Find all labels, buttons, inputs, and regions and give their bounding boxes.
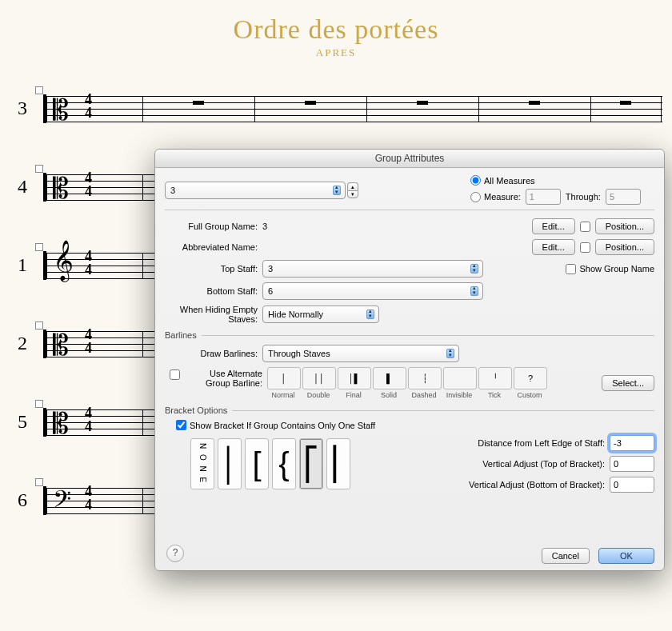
use-alternate-barline-checkbox[interactable] xyxy=(170,369,180,380)
staff-number: 5 xyxy=(18,411,27,433)
group-step-down[interactable]: ▾ xyxy=(347,190,358,198)
clef-icon: 𝄞 xyxy=(53,243,74,278)
full-name-value: 3 xyxy=(262,222,267,231)
time-signature: 44 xyxy=(85,406,92,433)
group-stepper[interactable]: ▴ ▾ xyxy=(347,182,358,198)
full-name-position-button[interactable]: Position... xyxy=(595,218,654,234)
time-signature: 44 xyxy=(85,93,92,120)
bracket-style-icon: { xyxy=(278,448,289,480)
barline-style-tick[interactable]: ╵Tick xyxy=(478,367,510,399)
distance-label: Distance from Left Edge of Staff: xyxy=(478,438,605,448)
show-bracket-one-staff-checkbox[interactable] xyxy=(176,420,186,430)
barline-style-normal[interactable]: │Normal xyxy=(267,367,299,399)
barline-style-solid[interactable]: ▌Solid xyxy=(373,367,405,399)
vadjust-bottom-input[interactable] xyxy=(610,477,654,493)
ok-button[interactable]: OK xyxy=(598,548,654,564)
group-selector-value: 3 xyxy=(170,186,175,195)
cancel-button[interactable]: Cancel xyxy=(542,548,590,564)
barline-style-icon: │▌ xyxy=(338,367,371,389)
vadjust-top-input[interactable] xyxy=(610,456,654,472)
bottom-staff-label: Bottom Staff: xyxy=(165,286,258,296)
barline-style-icon: ▌ xyxy=(373,367,406,389)
barline-select-button[interactable]: Select... xyxy=(602,375,654,391)
barline-style-final[interactable]: │▌Final xyxy=(338,367,370,399)
whole-rest-icon xyxy=(417,101,428,105)
staff-handle[interactable] xyxy=(35,165,43,173)
time-signature: 44 xyxy=(85,250,92,277)
measure-radio[interactable] xyxy=(470,192,481,202)
bottom-staff-select[interactable]: 6▴▾ xyxy=(262,282,483,300)
distance-input[interactable] xyxy=(610,435,654,451)
barline-style-double[interactable]: ││Double xyxy=(302,367,334,399)
staff-number: 4 xyxy=(18,176,27,198)
show-group-name-checkbox[interactable] xyxy=(566,264,576,274)
barline-style-label: Double xyxy=(302,391,334,399)
top-staff-select[interactable]: 3▴▾ xyxy=(262,260,483,278)
clef-icon: 𝄡 xyxy=(53,96,69,125)
staff-handle[interactable] xyxy=(35,243,43,251)
draw-barlines-label: Draw Barlines: xyxy=(165,349,258,358)
all-measures-radio[interactable] xyxy=(470,175,481,186)
staff-handle[interactable] xyxy=(35,321,43,329)
bracket-style-icon: ⎢ xyxy=(330,448,346,480)
bracket-style-icon: │ xyxy=(220,448,240,480)
barline-style-icon xyxy=(443,367,477,389)
measure-label: Measure: xyxy=(484,192,521,202)
time-signature: 44 xyxy=(85,171,92,198)
staff-handle[interactable] xyxy=(35,86,43,94)
full-name-edit-button[interactable]: Edit... xyxy=(532,218,575,234)
abbrev-name-position-button[interactable]: Position... xyxy=(595,239,654,255)
top-staff-label: Top Staff: xyxy=(165,264,258,274)
whole-rest-icon xyxy=(620,101,631,105)
vadjust-bottom-label: Vertical Adjust (Bottom of Bracket): xyxy=(469,480,605,489)
bracket-style-3[interactable]: { xyxy=(272,438,296,489)
measure-to-input[interactable] xyxy=(606,189,641,205)
group-attributes-dialog: Group Attributes 3 ▴▾ ▴ ▾ All Measures xyxy=(154,149,665,571)
whole-rest-icon xyxy=(305,101,316,105)
bracket-style-icon: [ xyxy=(252,448,261,480)
measure-from-input[interactable] xyxy=(526,189,561,205)
group-selector[interactable]: 3 ▴▾ xyxy=(165,182,346,199)
time-signature: 44 xyxy=(85,328,92,355)
clef-icon: 𝄢 xyxy=(53,488,71,517)
abbrev-name-edit-checkbox[interactable] xyxy=(580,242,590,253)
bracket-style-1[interactable]: │ xyxy=(218,438,242,489)
barline-style-invisible[interactable]: Invisible xyxy=(443,367,475,399)
help-button[interactable]: ? xyxy=(166,545,184,562)
whole-rest-icon xyxy=(529,101,540,105)
bracket-style-group: N O N E│[{⎡⎢ xyxy=(190,438,350,489)
staff-number: 1 xyxy=(18,254,27,276)
bracket-style-0[interactable]: N O N E xyxy=(190,438,214,489)
staff-handle[interactable] xyxy=(35,400,43,408)
group-step-up[interactable]: ▴ xyxy=(347,182,358,190)
vadjust-top-label: Vertical Adjust (Top of Bracket): xyxy=(482,459,605,469)
draw-barlines-select[interactable]: Through Staves▴▾ xyxy=(262,345,459,362)
bracket-style-2[interactable]: [ xyxy=(245,438,269,489)
barline-style-label: Solid xyxy=(373,391,405,399)
staff-number: 2 xyxy=(18,333,27,354)
barline-style-dashed[interactable]: ┆Dashed xyxy=(408,367,440,399)
barline-style-label: Tick xyxy=(478,391,510,399)
through-label: Through: xyxy=(566,192,601,202)
bracket-style-4[interactable]: ⎡ xyxy=(299,438,323,489)
staff-number: 3 xyxy=(18,98,27,119)
full-name-edit-checkbox[interactable] xyxy=(580,222,590,232)
clef-icon: 𝄡 xyxy=(53,331,69,360)
barline-style-icon: ╵ xyxy=(478,367,512,389)
time-signature: 44 xyxy=(85,485,92,512)
bracket-style-5[interactable]: ⎢ xyxy=(326,438,350,489)
hide-empty-select[interactable]: Hide Normally▴▾ xyxy=(262,306,379,323)
barline-style-icon: ? xyxy=(514,367,547,389)
page-subtitle: APRES xyxy=(0,46,672,59)
staff-row: 3𝄡44 xyxy=(14,90,662,141)
barline-style-icon: ┆ xyxy=(408,367,442,389)
bracket-none-label: N O N E xyxy=(198,443,207,484)
barline-style-custom[interactable]: ?Custom xyxy=(514,367,546,399)
abbrev-name-edit-button[interactable]: Edit... xyxy=(532,239,575,255)
barline-style-icon: ││ xyxy=(302,367,336,389)
staff-handle[interactable] xyxy=(35,478,43,486)
dialog-title: Group Attributes xyxy=(155,150,664,168)
barline-style-label: Custom xyxy=(514,391,546,399)
whole-rest-icon xyxy=(193,101,204,105)
show-bracket-one-staff-label: Show Bracket If Group Contains Only One … xyxy=(190,421,375,430)
